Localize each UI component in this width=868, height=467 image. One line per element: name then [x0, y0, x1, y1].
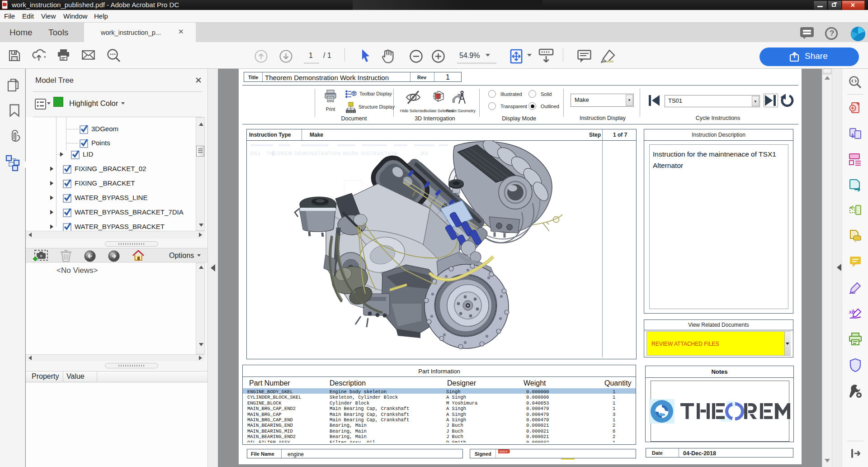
svg-text:DS1 THEOREM DEMONSTRATION WO: DS1 THEOREM DEMONSTRATION WORK INSTRUCTI…	[250, 151, 428, 156]
